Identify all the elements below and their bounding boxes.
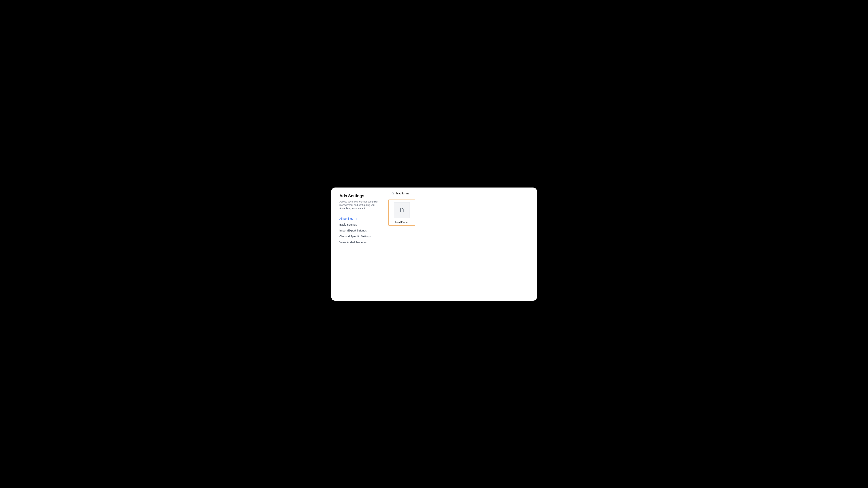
search-input[interactable] — [396, 192, 534, 195]
search-bar — [389, 188, 537, 197]
document-icon — [394, 202, 410, 218]
page-title: Ads Settings — [340, 193, 381, 198]
sidebar-item-label: Basic Settings — [340, 223, 357, 226]
result-card-lead-forms[interactable]: Lead Forms — [389, 199, 415, 226]
chevron-right-icon — [355, 217, 358, 220]
sidebar-item-channel-specific-settings[interactable]: Channel Specific Settings — [340, 235, 381, 238]
svg-line-1 — [393, 194, 394, 195]
sidebar: Ads Settings Access advanced tools for c… — [331, 188, 385, 301]
settings-window: Ads Settings Access advanced tools for c… — [331, 188, 537, 301]
sidebar-item-basic-settings[interactable]: Basic Settings — [340, 223, 381, 226]
sidebar-item-value-added-features[interactable]: Value Added Features — [340, 241, 381, 244]
result-card-label: Lead Forms — [395, 221, 408, 223]
sidebar-item-label: All Settings — [340, 217, 353, 220]
sidebar-item-label: Import/Export Settings — [340, 229, 367, 232]
search-icon — [391, 192, 394, 195]
sidebar-item-label: Channel Specific Settings — [340, 235, 371, 238]
sidebar-item-import-export-settings[interactable]: Import/Export Settings — [340, 229, 381, 232]
svg-point-0 — [392, 192, 393, 194]
results-grid: Lead Forms — [385, 197, 537, 226]
page-description: Access advanced tools for campaign manag… — [340, 200, 381, 210]
sidebar-item-label: Value Added Features — [340, 241, 367, 244]
main-panel: Lead Forms — [385, 188, 537, 301]
sidebar-item-all-settings[interactable]: All Settings — [340, 217, 381, 220]
sidebar-nav: All Settings Basic Settings Import/Expor… — [340, 217, 381, 244]
